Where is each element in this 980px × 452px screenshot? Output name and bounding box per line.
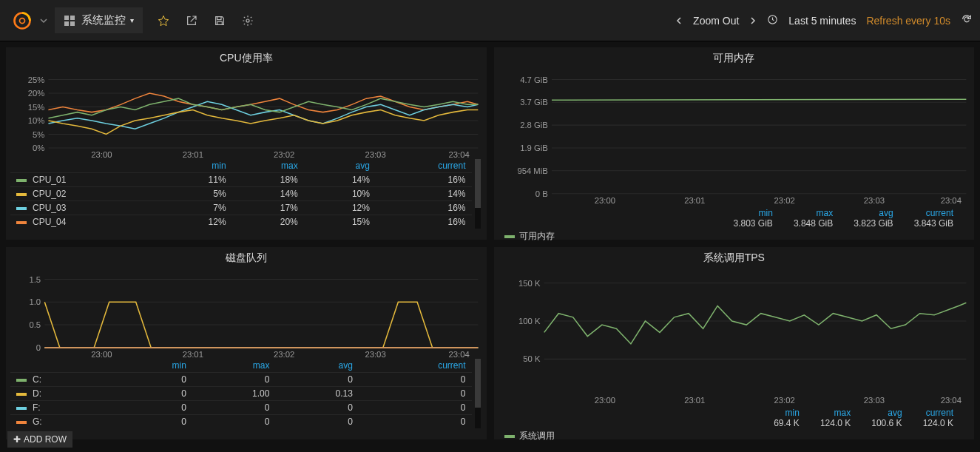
- svg-text:23:00: 23:00: [594, 196, 615, 205]
- svg-text:23:03: 23:03: [365, 150, 385, 159]
- svg-text:0: 0: [36, 343, 41, 352]
- svg-text:20%: 20%: [28, 89, 45, 98]
- svg-text:23:03: 23:03: [863, 196, 884, 205]
- svg-text:150 K: 150 K: [518, 279, 541, 288]
- svg-text:23:02: 23:02: [274, 350, 294, 359]
- svg-rect-4: [64, 21, 69, 26]
- time-forward-icon[interactable]: [749, 15, 757, 27]
- panel-title[interactable]: CPU使用率: [10, 50, 482, 68]
- svg-text:23:01: 23:01: [684, 396, 705, 405]
- zoom-out-button[interactable]: Zoom Out: [693, 15, 739, 27]
- legend-row[interactable]: F:0000: [10, 401, 472, 415]
- mem-chart[interactable]: 4.7 GiB3.7 GiB2.8 GiB1.9 GiB954 MiB0 B 2…: [499, 68, 970, 205]
- legend-row[interactable]: CPU_025%14%10%14%: [10, 187, 472, 201]
- svg-text:0%: 0%: [33, 144, 44, 152]
- legend-scrollbar-thumb[interactable]: [475, 159, 481, 208]
- svg-text:23:00: 23:00: [91, 150, 112, 159]
- svg-text:0 B: 0 B: [535, 189, 547, 198]
- top-bar: 系统监控 ▾ Zoom Out Last 5 minutes Refresh e…: [0, 0, 980, 41]
- grafana-logo-icon[interactable]: [7, 6, 37, 36]
- svg-text:23:01: 23:01: [183, 150, 203, 159]
- svg-text:23:04: 23:04: [940, 196, 961, 205]
- svg-text:1.9 GiB: 1.9 GiB: [520, 144, 548, 152]
- svg-text:23:04: 23:04: [448, 150, 469, 159]
- svg-rect-3: [70, 16, 75, 20]
- legend-row[interactable]: 可用内存: [504, 230, 555, 243]
- svg-text:23:03: 23:03: [365, 350, 385, 359]
- svg-text:4.7 GiB: 4.7 GiB: [520, 75, 548, 84]
- svg-point-6: [246, 19, 249, 22]
- svg-text:3.7 GiB: 3.7 GiB: [520, 98, 548, 107]
- svg-text:23:04: 23:04: [940, 396, 961, 405]
- svg-point-1: [20, 18, 25, 23]
- chevron-down-icon[interactable]: [40, 17, 47, 24]
- svg-text:23:02: 23:02: [774, 396, 794, 405]
- panel-cpu: CPU使用率 25%20%15%10%5%0% 23:0023:0123:022…: [6, 47, 487, 240]
- settings-icon[interactable]: [242, 15, 254, 27]
- svg-text:1.0: 1.0: [29, 297, 41, 306]
- panel-memory: 可用内存 4.7 GiB3.7 GiB2.8 GiB1.9 GiB954 MiB…: [494, 47, 975, 240]
- svg-text:954 MiB: 954 MiB: [517, 166, 547, 175]
- disk-legend: minmaxavgcurrent C:0000 D:01.000.130 F:0…: [10, 359, 482, 428]
- tps-chart[interactable]: 150 K100 K50 K 23:0023:0123:0223:0323:04: [499, 268, 970, 405]
- panel-disk: 磁盘队列 1.51.00.50 23:0023:0123:0223:0323:0…: [6, 247, 487, 439]
- svg-text:5%: 5%: [33, 130, 44, 139]
- disk-chart[interactable]: 1.51.00.50 23:0023:0123:0223:0323:04: [10, 268, 482, 359]
- caret-down-icon: ▾: [130, 16, 134, 24]
- svg-text:23:01: 23:01: [183, 350, 203, 359]
- svg-text:23:04: 23:04: [448, 350, 469, 359]
- legend-row[interactable]: CPU_0111%18%14%16%: [10, 173, 472, 187]
- svg-text:100 K: 100 K: [518, 317, 541, 325]
- svg-text:23:01: 23:01: [684, 196, 705, 205]
- cpu-legend: minmaxavgcurrent CPU_0111%18%14%16% CPU_…: [10, 159, 482, 229]
- time-range-picker[interactable]: Last 5 minutes: [788, 15, 856, 27]
- panel-grid: CPU使用率 25%20%15%10%5%0% 23:0023:0123:022…: [0, 41, 980, 445]
- dashboard-icon: [64, 15, 75, 27]
- panel-title[interactable]: 磁盘队列: [10, 250, 482, 268]
- add-row-button[interactable]: ✚ADD ROW: [7, 431, 72, 448]
- dashboard-title: 系统监控: [81, 13, 126, 27]
- share-icon[interactable]: [186, 15, 197, 27]
- legend-row[interactable]: CPU_037%17%12%16%: [10, 201, 472, 215]
- svg-text:23:00: 23:00: [91, 350, 112, 359]
- clock-icon: [767, 14, 778, 27]
- svg-text:2.8 GiB: 2.8 GiB: [520, 121, 548, 129]
- panel-title[interactable]: 系统调用TPS: [499, 250, 970, 268]
- svg-text:0.5: 0.5: [29, 320, 41, 329]
- legend-row[interactable]: G:0000: [10, 415, 472, 429]
- plus-icon: ✚: [13, 434, 21, 445]
- dashboard-picker[interactable]: 系统监控 ▾: [55, 7, 143, 33]
- refresh-icon[interactable]: [961, 13, 973, 27]
- svg-text:23:03: 23:03: [863, 396, 884, 405]
- legend-row[interactable]: 系统调用: [504, 430, 555, 442]
- mem-legend: minmaxavgcurrent 3.803 GiB3.848 GiB3.823…: [499, 205, 970, 230]
- svg-rect-5: [70, 21, 75, 26]
- legend-row[interactable]: C:0000: [10, 373, 472, 387]
- svg-text:10%: 10%: [28, 116, 45, 125]
- legend-row[interactable]: CPU_0412%20%15%16%: [10, 215, 472, 229]
- tps-legend: minmaxavgcurrent 69.4 K124.0 K100.6 K124…: [499, 405, 970, 430]
- star-icon[interactable]: [158, 15, 169, 27]
- cpu-chart[interactable]: 25%20%15%10%5%0% 23:0023:0123:0223:0323:…: [10, 68, 482, 159]
- svg-text:50 K: 50 K: [523, 354, 541, 363]
- svg-text:23:02: 23:02: [274, 150, 294, 159]
- refresh-interval[interactable]: Refresh every 10s: [866, 15, 950, 27]
- svg-rect-2: [64, 16, 69, 20]
- time-back-icon[interactable]: [675, 15, 683, 27]
- panel-tps: 系统调用TPS 150 K100 K50 K 23:0023:0123:0223…: [494, 247, 975, 439]
- svg-text:23:00: 23:00: [594, 396, 615, 405]
- svg-text:23:02: 23:02: [774, 196, 794, 205]
- svg-text:25%: 25%: [28, 75, 45, 84]
- save-icon[interactable]: [214, 15, 226, 27]
- legend-scrollbar-thumb[interactable]: [475, 359, 481, 408]
- svg-text:15%: 15%: [28, 103, 45, 112]
- legend-row[interactable]: D:01.000.130: [10, 387, 472, 401]
- svg-text:1.5: 1.5: [29, 275, 41, 284]
- panel-title[interactable]: 可用内存: [499, 50, 970, 68]
